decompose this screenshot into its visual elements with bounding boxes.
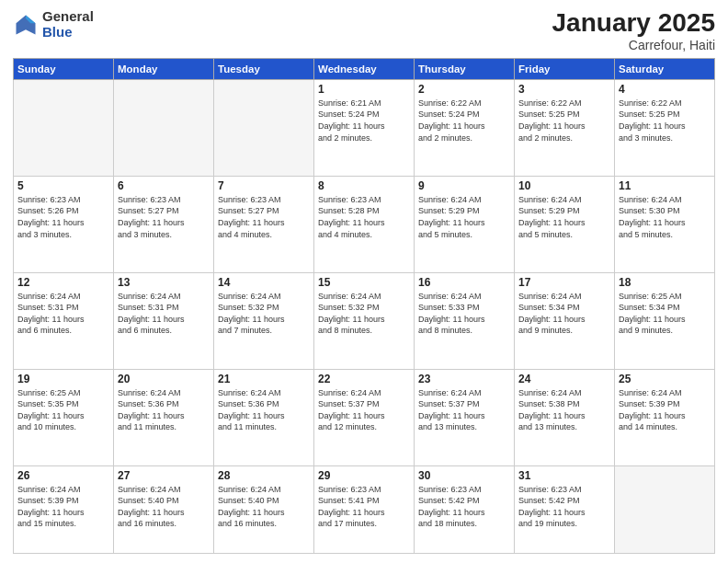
logo: General Blue (13, 9, 94, 40)
day-number: 12 (17, 276, 109, 289)
table-row: 27Sunrise: 6:24 AMSunset: 5:40 PMDayligh… (114, 465, 214, 553)
day-number: 14 (218, 276, 310, 289)
day-info: Sunrise: 6:24 AMSunset: 5:30 PMDaylight:… (619, 194, 711, 240)
table-row: 22Sunrise: 6:24 AMSunset: 5:37 PMDayligh… (314, 369, 415, 465)
logo-general-text: General (42, 9, 94, 25)
page: General Blue January 2025 Carrefour, Hai… (0, 0, 728, 563)
table-row: 4Sunrise: 6:22 AMSunset: 5:25 PMDaylight… (615, 79, 715, 176)
day-number: 21 (218, 373, 310, 385)
table-row (214, 79, 314, 176)
col-sunday: Sunday (14, 58, 114, 79)
day-info: Sunrise: 6:24 AMSunset: 5:40 PMDaylight:… (118, 484, 210, 530)
day-info: Sunrise: 6:23 AMSunset: 5:28 PMDaylight:… (318, 194, 410, 240)
logo-text: General Blue (42, 9, 94, 40)
table-row: 19Sunrise: 6:25 AMSunset: 5:35 PMDayligh… (14, 369, 114, 465)
day-number: 20 (118, 373, 210, 385)
table-row: 5Sunrise: 6:23 AMSunset: 5:26 PMDaylight… (14, 176, 114, 272)
day-number: 9 (418, 179, 510, 192)
day-info: Sunrise: 6:23 AMSunset: 5:27 PMDaylight:… (218, 194, 310, 240)
table-row: 31Sunrise: 6:23 AMSunset: 5:42 PMDayligh… (515, 465, 615, 553)
table-row: 2Sunrise: 6:22 AMSunset: 5:24 PMDaylight… (415, 79, 515, 176)
table-row (114, 79, 214, 176)
day-number: 7 (218, 179, 310, 192)
day-info: Sunrise: 6:24 AMSunset: 5:33 PMDaylight:… (418, 291, 510, 337)
day-info: Sunrise: 6:23 AMSunset: 5:42 PMDaylight:… (418, 484, 510, 530)
table-row: 24Sunrise: 6:24 AMSunset: 5:38 PMDayligh… (515, 369, 615, 465)
table-row: 30Sunrise: 6:23 AMSunset: 5:42 PMDayligh… (415, 465, 515, 553)
table-row: 3Sunrise: 6:22 AMSunset: 5:25 PMDaylight… (515, 79, 615, 176)
day-number: 13 (118, 276, 210, 289)
day-info: Sunrise: 6:22 AMSunset: 5:25 PMDaylight:… (518, 98, 610, 144)
day-info: Sunrise: 6:24 AMSunset: 5:37 PMDaylight:… (418, 387, 510, 433)
col-tuesday: Tuesday (214, 58, 314, 79)
calendar-week-row: 19Sunrise: 6:25 AMSunset: 5:35 PMDayligh… (14, 369, 715, 465)
day-info: Sunrise: 6:24 AMSunset: 5:31 PMDaylight:… (118, 291, 210, 337)
day-info: Sunrise: 6:24 AMSunset: 5:29 PMDaylight:… (418, 194, 510, 240)
table-row (615, 465, 715, 553)
day-number: 24 (518, 373, 610, 385)
day-number: 16 (418, 276, 510, 289)
day-number: 18 (619, 276, 711, 289)
day-info: Sunrise: 6:23 AMSunset: 5:27 PMDaylight:… (118, 194, 210, 240)
day-info: Sunrise: 6:23 AMSunset: 5:41 PMDaylight:… (318, 484, 410, 530)
calendar-subtitle: Carrefour, Haiti (552, 38, 715, 52)
day-info: Sunrise: 6:24 AMSunset: 5:29 PMDaylight:… (518, 194, 610, 240)
day-number: 29 (318, 469, 410, 482)
day-number: 27 (118, 469, 210, 482)
day-info: Sunrise: 6:25 AMSunset: 5:34 PMDaylight:… (619, 291, 711, 337)
day-number: 23 (418, 373, 510, 385)
table-row: 17Sunrise: 6:24 AMSunset: 5:34 PMDayligh… (515, 272, 615, 369)
calendar-week-row: 12Sunrise: 6:24 AMSunset: 5:31 PMDayligh… (14, 272, 715, 369)
day-info: Sunrise: 6:22 AMSunset: 5:24 PMDaylight:… (418, 98, 510, 144)
table-row (14, 79, 114, 176)
day-number: 10 (518, 179, 610, 192)
day-number: 31 (518, 469, 610, 482)
table-row: 29Sunrise: 6:23 AMSunset: 5:41 PMDayligh… (314, 465, 415, 553)
day-number: 5 (17, 179, 109, 192)
table-row: 20Sunrise: 6:24 AMSunset: 5:36 PMDayligh… (114, 369, 214, 465)
table-row: 6Sunrise: 6:23 AMSunset: 5:27 PMDaylight… (114, 176, 214, 272)
table-row: 11Sunrise: 6:24 AMSunset: 5:30 PMDayligh… (615, 176, 715, 272)
table-row: 9Sunrise: 6:24 AMSunset: 5:29 PMDaylight… (415, 176, 515, 272)
day-number: 6 (118, 179, 210, 192)
day-info: Sunrise: 6:23 AMSunset: 5:42 PMDaylight:… (518, 484, 610, 530)
day-info: Sunrise: 6:23 AMSunset: 5:26 PMDaylight:… (17, 194, 109, 240)
table-row: 10Sunrise: 6:24 AMSunset: 5:29 PMDayligh… (515, 176, 615, 272)
day-info: Sunrise: 6:24 AMSunset: 5:39 PMDaylight:… (619, 387, 711, 433)
table-row: 26Sunrise: 6:24 AMSunset: 5:39 PMDayligh… (14, 465, 114, 553)
table-row: 15Sunrise: 6:24 AMSunset: 5:32 PMDayligh… (314, 272, 415, 369)
day-info: Sunrise: 6:24 AMSunset: 5:39 PMDaylight:… (17, 484, 109, 530)
table-row: 21Sunrise: 6:24 AMSunset: 5:36 PMDayligh… (214, 369, 314, 465)
table-row: 28Sunrise: 6:24 AMSunset: 5:40 PMDayligh… (214, 465, 314, 553)
day-number: 30 (418, 469, 510, 482)
day-info: Sunrise: 6:24 AMSunset: 5:32 PMDaylight:… (318, 291, 410, 337)
day-info: Sunrise: 6:24 AMSunset: 5:36 PMDaylight:… (218, 387, 310, 433)
col-thursday: Thursday (415, 58, 515, 79)
title-block: January 2025 Carrefour, Haiti (552, 9, 715, 52)
day-number: 22 (318, 373, 410, 385)
day-number: 11 (619, 179, 711, 192)
col-saturday: Saturday (615, 58, 715, 79)
table-row: 18Sunrise: 6:25 AMSunset: 5:34 PMDayligh… (615, 272, 715, 369)
day-info: Sunrise: 6:24 AMSunset: 5:31 PMDaylight:… (17, 291, 109, 337)
day-number: 17 (518, 276, 610, 289)
day-number: 2 (418, 83, 510, 96)
day-info: Sunrise: 6:24 AMSunset: 5:32 PMDaylight:… (218, 291, 310, 337)
day-number: 19 (17, 373, 109, 385)
calendar-header-row: Sunday Monday Tuesday Wednesday Thursday… (14, 58, 715, 79)
day-number: 4 (619, 83, 711, 96)
day-info: Sunrise: 6:24 AMSunset: 5:40 PMDaylight:… (218, 484, 310, 530)
logo-blue-text: Blue (42, 25, 94, 40)
table-row: 8Sunrise: 6:23 AMSunset: 5:28 PMDaylight… (314, 176, 415, 272)
header: General Blue January 2025 Carrefour, Hai… (13, 9, 715, 52)
day-info: Sunrise: 6:24 AMSunset: 5:37 PMDaylight:… (318, 387, 410, 433)
day-info: Sunrise: 6:24 AMSunset: 5:34 PMDaylight:… (518, 291, 610, 337)
day-number: 25 (619, 373, 711, 385)
table-row: 7Sunrise: 6:23 AMSunset: 5:27 PMDaylight… (214, 176, 314, 272)
calendar-week-row: 26Sunrise: 6:24 AMSunset: 5:39 PMDayligh… (14, 465, 715, 553)
day-number: 26 (17, 469, 109, 482)
table-row: 14Sunrise: 6:24 AMSunset: 5:32 PMDayligh… (214, 272, 314, 369)
col-wednesday: Wednesday (314, 58, 415, 79)
day-number: 1 (318, 83, 410, 96)
day-number: 8 (318, 179, 410, 192)
